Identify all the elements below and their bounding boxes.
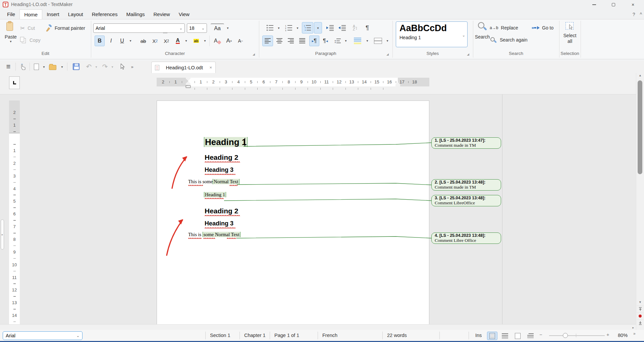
- bold-button[interactable]: B: [95, 36, 105, 46]
- ltr-paragraph-button[interactable]: ▸¶: [309, 36, 319, 46]
- pointer-tool-icon[interactable]: [118, 62, 127, 71]
- chevron-down-icon[interactable]: ▾: [203, 39, 207, 43]
- tab-close-icon[interactable]: ×: [209, 65, 212, 70]
- comment-balloon-3[interactable]: 3. [LS - 25.04.2023 13:48]: Comment Libr…: [431, 195, 501, 206]
- commented-text[interactable]: some Normal Text: [203, 232, 240, 237]
- highlight-button[interactable]: ab: [191, 36, 202, 46]
- increase-indent-button[interactable]: [325, 23, 335, 33]
- next-page-button[interactable]: [637, 320, 644, 326]
- page[interactable]: [157, 100, 429, 324]
- status-word-count[interactable]: 22 words: [387, 333, 407, 338]
- align-center-button[interactable]: [274, 36, 284, 46]
- left-margin-marker[interactable]: [186, 85, 191, 88]
- underline-button[interactable]: U: [117, 36, 127, 46]
- status-chapter[interactable]: Chapter 1: [244, 333, 266, 338]
- change-case-button[interactable]: Aa: [211, 23, 224, 33]
- dialog-launcher-icon[interactable]: ◢: [253, 53, 255, 56]
- doc-heading1-block2[interactable]: Heading 1: [204, 192, 226, 198]
- chevron-down-icon[interactable]: ▾: [385, 39, 390, 43]
- toolbar-overflow-icon[interactable]: »: [129, 62, 136, 71]
- doc-heading2-block2[interactable]: Heading 2: [205, 207, 238, 215]
- zoom-slider-knob[interactable]: [563, 333, 568, 338]
- statusbar-overflow-icon[interactable]: »: [633, 331, 636, 336]
- collapse-ribbon-icon[interactable]: ^: [640, 12, 642, 17]
- chevron-down-icon[interactable]: ▾: [128, 39, 133, 43]
- tab-stop-selector[interactable]: [9, 76, 20, 89]
- document-tab[interactable]: Heading1-LO.odt ×: [151, 62, 216, 73]
- status-insert-mode[interactable]: Ins: [475, 333, 482, 338]
- subscript-button[interactable]: X2: [150, 36, 160, 46]
- borders-button[interactable]: [372, 36, 384, 46]
- chevron-down-icon[interactable]: ▾: [184, 39, 189, 43]
- browse-object-button[interactable]: [637, 313, 644, 319]
- open-folder-icon[interactable]: [48, 62, 58, 71]
- scroll-right-icon[interactable]: ▸: [632, 326, 634, 329]
- chevron-down-icon[interactable]: ▾: [365, 39, 370, 43]
- chevron-down-icon[interactable]: ▾: [225, 26, 230, 30]
- dialog-launcher-icon[interactable]: ◢: [467, 53, 469, 56]
- goto-button[interactable]: Go to: [532, 23, 559, 32]
- sidebar-handle[interactable]: ▸: [1, 219, 4, 250]
- grow-font-button[interactable]: A+: [224, 36, 234, 46]
- superscript-button[interactable]: X2: [162, 36, 171, 46]
- decrease-indent-button[interactable]: [337, 23, 347, 33]
- shading-button[interactable]: [352, 36, 364, 46]
- doc-normal-block2[interactable]: This is some Normal Text: [188, 232, 240, 237]
- close-button[interactable]: ×: [625, 0, 641, 9]
- status-section[interactable]: Section 1: [210, 333, 230, 338]
- menu-review[interactable]: Review: [149, 9, 174, 19]
- justify-button[interactable]: [297, 36, 307, 46]
- chevron-down-icon[interactable]: ▾: [42, 62, 46, 71]
- vertical-ruler[interactable]: 21123456789101112131415: [9, 100, 20, 324]
- scrollbar-thumb[interactable]: [638, 80, 642, 174]
- horizontal-ruler[interactable]: 21123456789101112131415161718: [157, 78, 429, 86]
- document-canvas[interactable]: 21123456789101112131415 ▸ Heading 1 Head…: [0, 94, 644, 324]
- vertical-scrollbar[interactable]: ▲ ▼: [636, 73, 644, 330]
- doc-heading3-block2[interactable]: Heading 3: [205, 220, 233, 227]
- font-color-button[interactable]: A: [173, 36, 182, 46]
- align-right-button[interactable]: [286, 36, 296, 46]
- italic-button[interactable]: I: [107, 36, 115, 46]
- font-name-combo[interactable]: Arial ⌄: [93, 23, 185, 33]
- hamburger-menu-icon[interactable]: ≡: [3, 62, 13, 71]
- doc-heading2-block1[interactable]: Heading 2: [205, 153, 238, 161]
- maximize-button[interactable]: [606, 0, 621, 9]
- font-size-combo[interactable]: 18 ⌄: [187, 23, 207, 33]
- doc-normal-block1[interactable]: This is someNormal Text: [188, 179, 239, 185]
- menu-view[interactable]: View: [174, 9, 194, 19]
- view-continuous-button[interactable]: [500, 332, 510, 340]
- previous-page-button[interactable]: [637, 305, 644, 312]
- scroll-up-icon[interactable]: ▲: [636, 74, 644, 77]
- line-spacing-button[interactable]: ↕: [332, 36, 343, 46]
- status-page[interactable]: Page 1 of 1: [274, 333, 299, 338]
- replace-button[interactable]: a→b Replace: [490, 23, 527, 32]
- menu-insert[interactable]: Insert: [42, 9, 64, 19]
- select-all-button[interactable]: Select all: [561, 21, 579, 50]
- horizontal-scrollbar[interactable]: ▸: [0, 324, 636, 330]
- menu-home[interactable]: Home: [19, 9, 42, 19]
- paste-button[interactable]: Paste ▾: [3, 21, 18, 50]
- shrink-font-button[interactable]: A−: [235, 36, 246, 46]
- scroll-down-icon[interactable]: ▼: [636, 300, 644, 304]
- zoom-slider-track[interactable]: [549, 335, 605, 336]
- chevron-down-icon[interactable]: ▾: [295, 26, 300, 30]
- view-outline-button[interactable]: [525, 332, 536, 340]
- menu-mailings[interactable]: Mailings: [122, 9, 149, 19]
- bullet-list-button[interactable]: [264, 23, 276, 33]
- show-formatting-button[interactable]: ¶: [363, 23, 372, 33]
- dialog-launcher-icon[interactable]: ◢: [386, 53, 389, 56]
- search-button[interactable]: Search: [474, 21, 491, 50]
- outline-list-dropdown[interactable]: ▾: [314, 22, 322, 33]
- minimize-button[interactable]: [586, 0, 602, 9]
- save-icon[interactable]: [71, 62, 81, 71]
- status-font-combo[interactable]: Arial ⌄: [3, 331, 83, 340]
- zoom-out-icon[interactable]: −: [539, 332, 542, 337]
- status-language[interactable]: French: [322, 333, 337, 338]
- commented-text[interactable]: Normal Text: [213, 179, 239, 184]
- touch-mode-icon[interactable]: [18, 62, 28, 71]
- clear-formatting-button[interactable]: A: [212, 36, 223, 46]
- menu-references[interactable]: References: [88, 9, 122, 19]
- comment-balloon-2[interactable]: 2. [LS - 25.04.2023 13:48]: Comment made…: [431, 179, 501, 191]
- numbered-list-button[interactable]: 123: [283, 23, 294, 33]
- comment-balloon-4[interactable]: 4. [LS - 25.04.2023 13:48]: Comment Libr…: [431, 232, 501, 244]
